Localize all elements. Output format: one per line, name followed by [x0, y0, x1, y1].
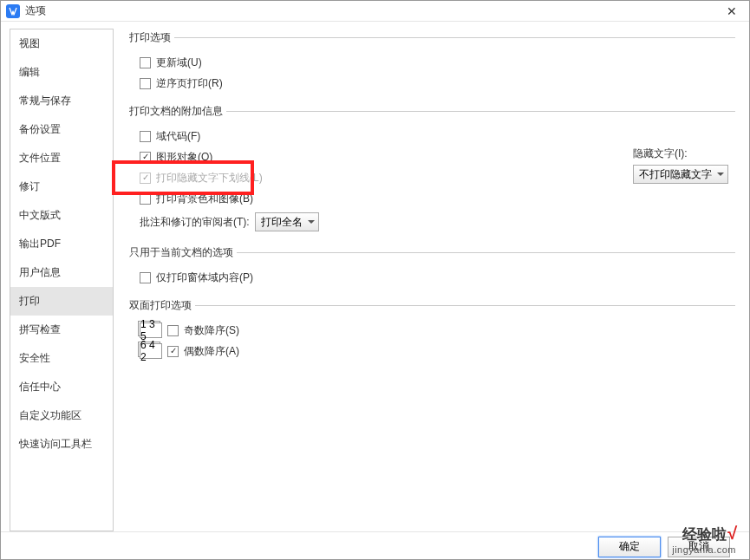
sidebar-item-user-info[interactable]: 用户信息 — [10, 258, 113, 287]
label-odd-desc: 奇数降序(S) — [184, 323, 239, 338]
sidebar-item-output-pdf[interactable]: 输出PDF — [10, 230, 113, 258]
checkbox-odd-desc[interactable] — [167, 325, 179, 336]
label-reviewer: 批注和修订的审阅者(T): — [140, 215, 250, 230]
legend-duplex: 双面打印选项 — [129, 298, 195, 313]
label-hidden-text: 隐藏文字(I): — [633, 147, 728, 161]
close-button[interactable]: ✕ — [714, 1, 749, 22]
label-hidden-underline: 打印隐藏文字下划线(L) — [156, 171, 263, 186]
checkbox-field-codes[interactable] — [140, 131, 151, 142]
checkbox-background[interactable] — [140, 193, 151, 205]
checkbox-hidden-underline — [140, 173, 151, 184]
sidebar-item-trust-center[interactable]: 信任中心 — [10, 373, 113, 401]
checkbox-form-only[interactable] — [140, 272, 151, 283]
checkbox-update-fields[interactable] — [140, 57, 151, 68]
ok-button[interactable]: 确定 — [598, 537, 661, 557]
legend-print-options: 打印选项 — [129, 30, 174, 45]
label-background: 打印背景色和图像(B) — [156, 192, 253, 206]
checkbox-reverse-print[interactable] — [140, 78, 151, 89]
chevron-down-icon — [308, 220, 315, 224]
sidebar-item-security[interactable]: 安全性 — [10, 344, 113, 373]
cancel-button[interactable]: 取消 — [668, 537, 730, 557]
app-icon — [6, 4, 20, 18]
sidebar-item-spellcheck[interactable]: 拼写检查 — [10, 316, 113, 344]
chevron-down-icon — [717, 173, 724, 176]
select-reviewer[interactable]: 打印全名 — [255, 212, 319, 231]
group-duplex: 双面打印选项 1 3 5 奇数降序(S) 6 4 2 偶数降序(A) — [129, 298, 735, 365]
sidebar-item-view[interactable]: 视图 — [10, 29, 113, 58]
content-panel: 打印选项 更新域(U) 逆序页打印(R) 打印文档的附加信息 域代码(F) 图形… — [114, 29, 744, 531]
label-form-only: 仅打印窗体域内容(P) — [156, 270, 253, 285]
select-hidden-text[interactable]: 不打印隐藏文字 — [633, 165, 728, 184]
label-even-desc: 偶数降序(A) — [184, 344, 239, 359]
group-current-doc: 只用于当前文档的选项 仅打印窗体域内容(P) — [129, 245, 735, 291]
checkbox-even-desc[interactable] — [167, 346, 179, 357]
sidebar-item-chinese-layout[interactable]: 中文版式 — [10, 201, 113, 230]
titlebar: 选项 ✕ — [1, 1, 749, 22]
sidebar-item-file-location[interactable]: 文件位置 — [10, 144, 113, 173]
group-print-options: 打印选项 更新域(U) 逆序页打印(R) — [129, 30, 735, 97]
label-reverse-print: 逆序页打印(R) — [156, 76, 223, 91]
dialog-body: 视图 编辑 常规与保存 备份设置 文件位置 修订 中文版式 输出PDF 用户信息… — [1, 22, 749, 531]
hidden-text-controls: 隐藏文字(I): 不打印隐藏文字 — [633, 147, 728, 184]
sidebar: 视图 编辑 常规与保存 备份设置 文件位置 修订 中文版式 输出PDF 用户信息… — [10, 29, 114, 531]
label-graphics-objects: 图形对象(O) — [156, 150, 212, 165]
footer: 确定 取消 — [1, 531, 749, 560]
legend-current-doc: 只用于当前文档的选项 — [129, 245, 237, 260]
checkbox-graphics-objects[interactable] — [140, 152, 151, 163]
label-field-codes: 域代码(F) — [156, 129, 200, 144]
sidebar-item-revisions[interactable]: 修订 — [10, 173, 113, 201]
sidebar-item-print[interactable]: 打印 — [10, 287, 113, 316]
label-update-fields: 更新域(U) — [156, 55, 202, 70]
sidebar-item-backup[interactable]: 备份设置 — [10, 115, 113, 144]
odd-pages-icon: 1 3 5 — [140, 322, 162, 338]
legend-additional-info: 打印文档的附加信息 — [129, 104, 226, 119]
sidebar-item-general-save[interactable]: 常规与保存 — [10, 87, 113, 115]
window-title: 选项 — [25, 3, 714, 18]
sidebar-item-edit[interactable]: 编辑 — [10, 58, 113, 87]
sidebar-item-quick-access[interactable]: 快速访问工具栏 — [10, 430, 113, 459]
even-pages-icon: 6 4 2 — [140, 343, 162, 359]
sidebar-item-custom-ribbon[interactable]: 自定义功能区 — [10, 401, 113, 430]
